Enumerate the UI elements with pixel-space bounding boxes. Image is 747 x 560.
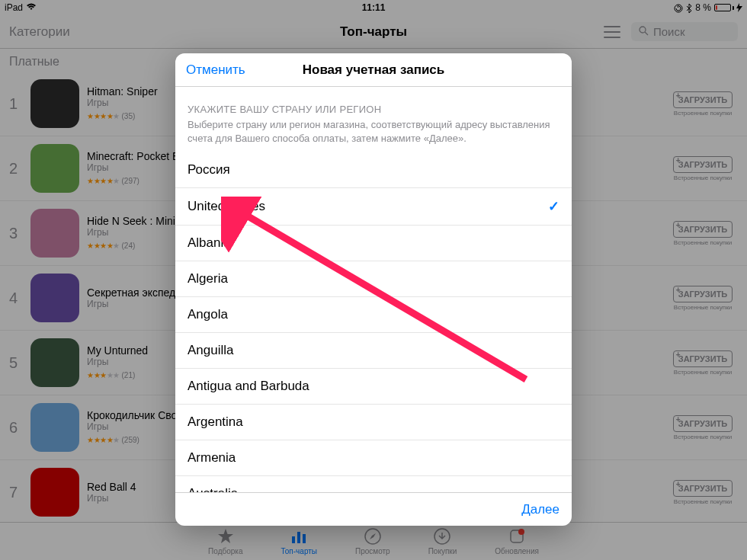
country-name: Albania — [188, 235, 231, 251]
country-name: Algeria — [188, 271, 228, 286]
country-item[interactable]: Armenia — [175, 440, 572, 476]
cancel-button[interactable]: Отменить — [186, 62, 245, 78]
country-name: Australia — [188, 486, 238, 492]
section-label: УКАЖИТЕ ВАШУ СТРАНУ ИЛИ РЕГИОН — [175, 87, 572, 118]
country-item[interactable]: United States✓ — [175, 188, 572, 226]
country-name: Armenia — [188, 450, 236, 466]
country-name: Россия — [188, 162, 230, 178]
new-account-modal: Отменить Новая учетная запись УКАЖИТЕ ВА… — [175, 53, 572, 526]
check-icon: ✓ — [548, 198, 559, 215]
country-item[interactable]: Antigua and Barbuda — [175, 369, 572, 405]
country-item[interactable]: Albania — [175, 226, 572, 261]
country-item[interactable]: Algeria — [175, 261, 572, 297]
country-name: Angola — [188, 307, 228, 322]
country-name: Antigua and Barbuda — [188, 379, 309, 394]
country-item[interactable]: Anguilla — [175, 333, 572, 369]
country-item[interactable]: Australia — [175, 476, 572, 492]
country-list: РоссияUnited States✓AlbaniaAlgeriaAngola… — [175, 152, 572, 492]
country-item[interactable]: Angola — [175, 297, 572, 333]
country-name: Argentina — [188, 414, 243, 430]
section-description: Выберите страну или регион магазина, соо… — [175, 118, 572, 152]
modal-body[interactable]: УКАЖИТЕ ВАШУ СТРАНУ ИЛИ РЕГИОН Выберите … — [175, 87, 572, 492]
country-item[interactable]: Россия — [175, 152, 572, 188]
country-item[interactable]: Argentina — [175, 405, 572, 440]
country-name: United States — [188, 199, 265, 214]
next-button[interactable]: Далее — [521, 502, 559, 517]
modal-title: Новая учетная запись — [303, 62, 445, 78]
country-name: Anguilla — [188, 343, 234, 358]
